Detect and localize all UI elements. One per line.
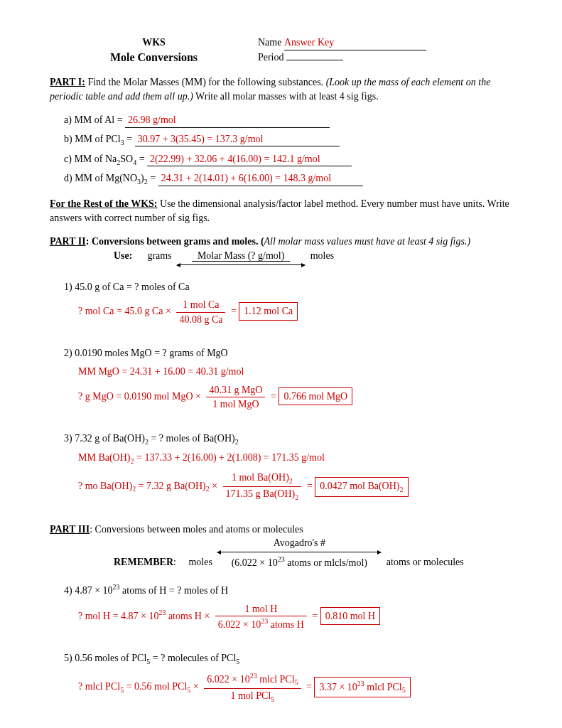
part-1: PART I: Find the Molar Masses (MM) for t… [50,75,512,103]
rest-of-wks: For the Rest of the WKS: Use the dimensi… [50,197,512,225]
page-title: Mole Conversions [50,50,258,65]
period-blank [286,60,343,60]
part2-heading: PART II [50,236,86,247]
ans-1: 1.12 mol Ca [239,302,298,321]
problem-5: 5) 0.56 moles of PCl5 = ? molecules of P… [64,651,512,704]
ans-d: 24.31 + 2(14.01) + 6(16.00) = 148.3 g/mo… [161,173,332,183]
ans-b: 30.97 + 3(35.45) = 137.3 g/mol [138,134,264,144]
item-c: c) MM of Na2SO4 = 2(22.99) + 32.06 + 4(1… [64,152,512,168]
item-a: a) MM of Al = 26.98 g/mol [64,113,512,128]
problem-4: 4) 4.87 × 1023 atoms of H = ? moles of H… [64,582,512,631]
rest-heading: For the Rest of the WKS: [50,198,158,209]
problem-3: 3) 7.32 g of Ba(OH)2 = ? moles of Ba(OH)… [64,432,512,503]
ans-5: 3.37 × 1023 mlcl PCl5 [314,677,410,697]
part-2: PART II: Conversions between grams and m… [50,235,512,267]
problem-1: 1) 45.0 g of Ca = ? moles of Ca ? mol Ca… [64,280,512,327]
worksheet-header: WKS Mole Conversions Name Answer Key Per… [50,36,512,65]
ans-2: 0.766 mol MgO [279,387,352,406]
wks-label: WKS [50,36,258,50]
name-label: Name [258,37,281,48]
name-value: Answer Key [284,37,334,48]
ans-4: 0.810 mol H [320,607,380,626]
arrow-grams-moles: Molar Mass (? g/mol) [177,249,305,267]
part1-heading: PART I: [50,77,85,87]
part3-heading: PART III [50,524,90,535]
ans-3: 0.0427 mol Ba(OH)2 [315,477,408,497]
item-d: d) MM of Mg(NO3)2 = 24.31 + 2(14.01) + 6… [64,171,512,187]
ans-c: 2(22.99) + 32.06 + 4(16.00) = 142.1 g/mo… [150,154,320,164]
problem-2: 2) 0.0190 moles MgO = ? grams of MgO MM … [64,346,512,411]
item-b: b) MM of PCl3 = 30.97 + 3(35.45) = 137.3… [64,132,512,148]
period-label: Period [258,52,284,63]
part-3: PART III: Conversions between moles and … [50,523,512,569]
arrow-moles-atoms: Avogadro's # (6.022 × 1023 atoms or mlcl… [217,536,381,569]
ans-a: 26.98 g/mol [128,114,176,125]
